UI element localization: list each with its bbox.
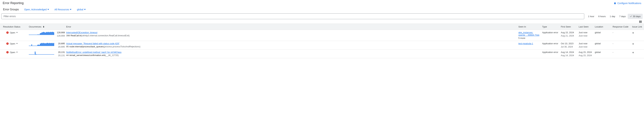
status-filter-label: Open, Acknowledged bbox=[24, 8, 46, 11]
resources-filter-dropdown[interactable]: All Resources bbox=[54, 8, 72, 11]
seen-in-more[interactable]: 5 more bbox=[518, 37, 542, 39]
error-line-number: 95 bbox=[66, 45, 68, 48]
col-header-status[interactable]: Resolution Status bbox=[0, 26, 29, 28]
error-path: node:internal/process/task_queues bbox=[69, 45, 104, 48]
last-seen: Just now bbox=[579, 42, 595, 45]
status-label: Open bbox=[10, 51, 15, 54]
seen-in-link[interactable]: test-mpaluda-1 bbox=[518, 42, 542, 45]
error-link[interactable]: NoMethodError: undefined method `each' f… bbox=[66, 51, 121, 54]
filter-errors-input[interactable] bbox=[1, 14, 584, 19]
col-header-occurrences-label: Occurrences bbox=[29, 26, 42, 28]
time-range-6hours[interactable]: 6 hours bbox=[596, 14, 608, 19]
error-link[interactable]: InterruptedIOException: timeout bbox=[66, 31, 98, 34]
occurrence-count: 20,131 bbox=[56, 51, 65, 54]
bell-plus-icon bbox=[614, 2, 616, 4]
caret-down-icon bbox=[16, 43, 18, 44]
error-groups-title: Error Groups bbox=[3, 8, 19, 11]
caret-down-icon bbox=[47, 9, 49, 10]
add-issue-link-button[interactable]: + bbox=[632, 31, 634, 35]
region-filter-dropdown[interactable]: global bbox=[77, 8, 86, 11]
occurrence-count-sub: 20,131 bbox=[56, 54, 65, 57]
first-seen-sub: Aug 14, 2024 bbox=[561, 54, 579, 57]
col-header-responsecode[interactable]: Response Code bbox=[612, 26, 632, 28]
configure-notifications-link[interactable]: Configure Notifications bbox=[614, 2, 641, 4]
location: global bbox=[595, 51, 612, 54]
region-filter-label: global bbox=[77, 8, 83, 11]
seen-in-link[interactable]: opente …69664-7lslp bbox=[518, 34, 542, 36]
time-range-1hour[interactable]: 1 hour bbox=[586, 14, 596, 19]
occurrence-count: 20,695 bbox=[56, 42, 65, 45]
first-seen: Aug 14, 2024 bbox=[561, 51, 579, 54]
table-row: Open 20,69520,695Actual message: "Reques… bbox=[0, 41, 644, 50]
status-label: Open bbox=[10, 32, 15, 34]
svg-rect-8 bbox=[7, 53, 8, 53]
check-icon bbox=[630, 15, 632, 18]
error-function: (okhttp3.internal.connection.RealCall.ti… bbox=[81, 34, 130, 37]
col-header-error[interactable]: Error bbox=[66, 26, 518, 28]
response-code: - bbox=[612, 42, 632, 45]
error-type: Application error bbox=[542, 51, 561, 54]
last-seen: Aug 15, 2024 bbox=[579, 51, 595, 54]
status-dropdown[interactable]: Open bbox=[3, 51, 29, 54]
time-range-30days-label: 30 days bbox=[633, 15, 640, 18]
status-dropdown[interactable]: Open bbox=[3, 42, 29, 45]
first-seen-sub: Aug 21, 2024 bbox=[561, 34, 579, 37]
sparkline bbox=[29, 52, 54, 55]
status-filter-dropdown[interactable]: Open, Acknowledged bbox=[24, 8, 49, 11]
error-icon bbox=[6, 42, 9, 45]
svg-rect-5 bbox=[7, 44, 8, 44]
last-seen-sub: Just now bbox=[579, 46, 595, 48]
caret-down-icon bbox=[16, 32, 18, 33]
error-icon bbox=[6, 31, 9, 34]
error-line-number: 398 bbox=[66, 34, 70, 37]
sparkline bbox=[29, 32, 54, 35]
sort-desc-icon bbox=[42, 26, 45, 28]
location: global bbox=[595, 42, 612, 45]
caret-down-icon bbox=[70, 9, 72, 10]
table-row: Open 20,13120,131NoMethodError: undefine… bbox=[0, 50, 644, 58]
sparkline bbox=[29, 43, 54, 46]
error-type: Application error bbox=[542, 31, 561, 34]
svg-rect-4 bbox=[7, 43, 8, 44]
time-range-30days[interactable]: 30 days bbox=[628, 14, 643, 19]
svg-rect-1 bbox=[7, 32, 8, 33]
col-header-seenin[interactable]: Seen In bbox=[518, 26, 542, 28]
error-link[interactable]: Actual message: "Request failed with sta… bbox=[66, 42, 120, 45]
add-issue-link-button[interactable]: + bbox=[632, 42, 634, 46]
svg-rect-7 bbox=[7, 52, 8, 52]
response-code: - bbox=[612, 31, 632, 34]
col-header-lastseen[interactable]: Last Seen bbox=[579, 26, 595, 28]
resources-filter-label: All Resources bbox=[54, 8, 69, 11]
col-header-issuelink[interactable]: Issue Link bbox=[632, 26, 644, 28]
col-header-location[interactable]: Location bbox=[595, 26, 612, 28]
page-title: Error Reporting bbox=[3, 1, 24, 5]
time-range-selector: 1 hour 6 hours 1 day 7 days 30 days bbox=[586, 14, 643, 19]
status-dropdown[interactable]: Open bbox=[3, 31, 29, 34]
col-header-firstseen[interactable]: First Seen bbox=[561, 26, 579, 28]
error-function: (__tilt_12720) bbox=[105, 54, 119, 56]
first-seen-sub: Jul 30, 2024 bbox=[561, 46, 579, 48]
col-header-type[interactable]: Type bbox=[542, 26, 561, 28]
time-range-7days[interactable]: 7 days bbox=[617, 14, 628, 19]
seen-in-link[interactable]: gke_instances: bbox=[518, 31, 542, 34]
occurrence-count: 128,908 bbox=[56, 31, 65, 34]
col-header-occurrences[interactable]: Occurrences bbox=[29, 26, 66, 28]
column-settings-icon[interactable] bbox=[639, 20, 642, 23]
error-type: Application error bbox=[542, 42, 561, 45]
time-range-1day[interactable]: 1 day bbox=[608, 14, 617, 19]
table-header-row: Resolution Status Occurrences Error Seen… bbox=[0, 24, 644, 30]
table-row: Open 128,908128,908InterruptedIOExceptio… bbox=[0, 30, 644, 41]
error-function: (process.processTicksAndRejections) bbox=[104, 45, 140, 48]
response-code: - bbox=[612, 51, 632, 54]
error-path: /email_server/views/confirmation.erb bbox=[69, 54, 105, 56]
occurrence-count-sub: 128,908 bbox=[56, 34, 65, 37]
last-seen: Just now bbox=[579, 31, 595, 34]
add-issue-link-button[interactable]: + bbox=[632, 51, 634, 54]
error-path: RealCall.kt bbox=[70, 34, 81, 37]
last-seen-sub: Aug 15, 2024 bbox=[579, 54, 595, 57]
first-seen: Aug 15, 2024 bbox=[561, 31, 579, 34]
configure-notifications-label: Configure Notifications bbox=[617, 2, 641, 4]
error-line-number: 44 bbox=[66, 54, 68, 56]
error-icon bbox=[6, 51, 9, 54]
caret-down-icon bbox=[84, 9, 86, 10]
